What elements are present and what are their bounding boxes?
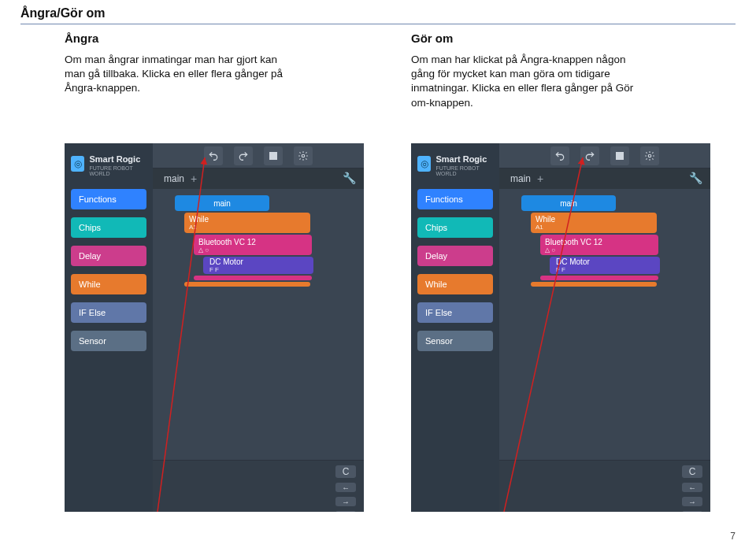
add-tab-icon[interactable]: + bbox=[191, 172, 197, 185]
svg-point-1 bbox=[302, 154, 305, 157]
page-number: 7 bbox=[730, 531, 736, 542]
brand-subtitle: FUTURE ROBOT WORLD bbox=[89, 165, 146, 176]
stop-icon[interactable] bbox=[610, 146, 629, 165]
block-while[interactable]: While A1 bbox=[531, 213, 657, 233]
sidebar-item-ifelse[interactable]: IF Else bbox=[71, 302, 146, 323]
nav-back-icon[interactable]: ← bbox=[682, 483, 702, 492]
screenshot-right: ◎ Smart Rogic FUTURE ROBOT WORLD Functio… bbox=[411, 143, 710, 512]
block-motor[interactable]: DC Motor F F bbox=[550, 257, 660, 274]
svg-point-4 bbox=[648, 154, 651, 157]
block-main[interactable]: main bbox=[175, 195, 269, 211]
app-canvas[interactable]: main + 🔧 main While A1 Bluetooth VC 12 △… bbox=[499, 168, 710, 460]
sidebar-item-chips[interactable]: Chips bbox=[71, 217, 146, 238]
wrench-icon[interactable]: 🔧 bbox=[689, 172, 702, 184]
block-motor-sub: F F bbox=[209, 266, 307, 273]
sidebar-item-functions[interactable]: Functions bbox=[71, 189, 146, 209]
block-bluetooth[interactable]: Bluetooth VC 12 △ ○ bbox=[540, 235, 658, 255]
sidebar-item-sensor[interactable]: Sensor bbox=[417, 331, 493, 351]
trash-icon[interactable]: 🗑 bbox=[335, 511, 356, 512]
brand-main: Smart Rogic bbox=[89, 154, 140, 164]
brand-logo-icon: ◎ bbox=[417, 156, 431, 172]
redo-icon[interactable] bbox=[234, 146, 253, 165]
trash-icon[interactable]: 🗑 bbox=[682, 511, 702, 512]
block-bluetooth-end[interactable] bbox=[540, 276, 658, 280]
section-title: Ångra/Gör om bbox=[20, 6, 106, 20]
settings-icon[interactable] bbox=[640, 146, 659, 165]
tab-row: main + 🔧 bbox=[153, 168, 364, 189]
app-canvas[interactable]: main + 🔧 main While A1 Bluetooth VC 12 △… bbox=[153, 168, 364, 460]
app-brand: ◎ Smart Rogic FUTURE ROBOT WORLD bbox=[65, 143, 153, 183]
app-brand: ◎ Smart Rogic FUTURE ROBOT WORLD bbox=[411, 143, 499, 183]
block-bluetooth-end[interactable] bbox=[194, 276, 312, 280]
undo-icon[interactable] bbox=[550, 146, 569, 165]
block-while-sub: A1 bbox=[189, 224, 306, 231]
app-sidebar: ◎ Smart Rogic FUTURE ROBOT WORLD Functio… bbox=[65, 143, 153, 512]
add-tab-icon[interactable]: + bbox=[537, 172, 543, 185]
brand-logo-icon: ◎ bbox=[71, 156, 84, 172]
screenshot-left: ◎ Smart Rogic FUTURE ROBOT WORLD Functio… bbox=[65, 143, 364, 512]
block-while-sub: A1 bbox=[536, 224, 652, 231]
svg-rect-3 bbox=[616, 152, 624, 160]
block-main[interactable]: main bbox=[521, 195, 616, 211]
block-while-end[interactable] bbox=[531, 282, 657, 287]
body-undo: Om man ångrar inmatingar man har gjort k… bbox=[65, 53, 301, 96]
sidebar-item-while[interactable]: While bbox=[417, 274, 493, 294]
heading-redo: Gör om bbox=[411, 31, 742, 45]
clear-button[interactable]: C bbox=[682, 465, 702, 478]
sidebar-item-sensor[interactable]: Sensor bbox=[71, 331, 146, 351]
brand-main: Smart Rogic bbox=[435, 154, 487, 164]
heading-undo: Ångra bbox=[65, 31, 395, 45]
sidebar-item-ifelse[interactable]: IF Else bbox=[417, 302, 493, 323]
app-topbar bbox=[499, 143, 710, 168]
block-motor[interactable]: DC Motor F F bbox=[203, 257, 313, 274]
tab-row: main + 🔧 bbox=[499, 168, 710, 189]
sidebar-item-chips[interactable]: Chips bbox=[417, 217, 493, 238]
stop-icon[interactable] bbox=[264, 146, 283, 165]
column-right: Gör om Om man har klickat på Ångra-knapp… bbox=[411, 31, 742, 110]
sidebar-item-delay[interactable]: Delay bbox=[417, 246, 493, 266]
brand-subtitle: FUTURE ROBOT WORLD bbox=[435, 165, 493, 176]
block-motor-sub: F F bbox=[556, 266, 654, 273]
sidebar-list: Functions Chips Delay While IF Else Sens… bbox=[411, 183, 499, 351]
undo-icon[interactable] bbox=[204, 146, 223, 165]
sidebar-item-delay[interactable]: Delay bbox=[71, 246, 146, 266]
block-while-end[interactable] bbox=[184, 282, 310, 287]
block-bluetooth-sub: △ ○ bbox=[545, 246, 654, 254]
clear-button[interactable]: C bbox=[335, 465, 356, 478]
app-sidebar: ◎ Smart Rogic FUTURE ROBOT WORLD Functio… bbox=[411, 143, 499, 512]
settings-icon[interactable] bbox=[294, 146, 313, 165]
app-bottombar: C ← → 🗑 bbox=[153, 460, 364, 512]
app-bottombar: C ← → 🗑 bbox=[499, 460, 710, 512]
horizontal-rule bbox=[20, 24, 736, 24]
block-stack: main While A1 Bluetooth VC 12 △ ○ DC Mot… bbox=[175, 195, 313, 288]
block-stack: main While A1 Bluetooth VC 12 △ ○ DC Mot… bbox=[521, 195, 660, 288]
svg-rect-0 bbox=[269, 152, 277, 160]
wrench-icon[interactable]: 🔧 bbox=[343, 172, 356, 184]
tab-main[interactable]: main bbox=[164, 173, 184, 184]
redo-icon[interactable] bbox=[580, 146, 599, 165]
sidebar-item-while[interactable]: While bbox=[71, 274, 146, 294]
block-bluetooth-sub: △ ○ bbox=[198, 246, 307, 254]
block-bluetooth[interactable]: Bluetooth VC 12 △ ○ bbox=[194, 235, 312, 255]
body-redo: Om man har klickat på Ångra-knappen någo… bbox=[411, 53, 647, 110]
block-while[interactable]: While A1 bbox=[184, 213, 310, 233]
nav-fwd-icon[interactable]: → bbox=[682, 497, 702, 506]
sidebar-list: Functions Chips Delay While IF Else Sens… bbox=[65, 183, 153, 351]
app-topbar bbox=[153, 143, 364, 168]
column-left: Ångra Om man ångrar inmatingar man har g… bbox=[65, 31, 395, 96]
sidebar-item-functions[interactable]: Functions bbox=[417, 189, 493, 209]
nav-back-icon[interactable]: ← bbox=[335, 483, 356, 492]
nav-fwd-icon[interactable]: → bbox=[335, 497, 356, 506]
tab-main[interactable]: main bbox=[510, 173, 531, 184]
